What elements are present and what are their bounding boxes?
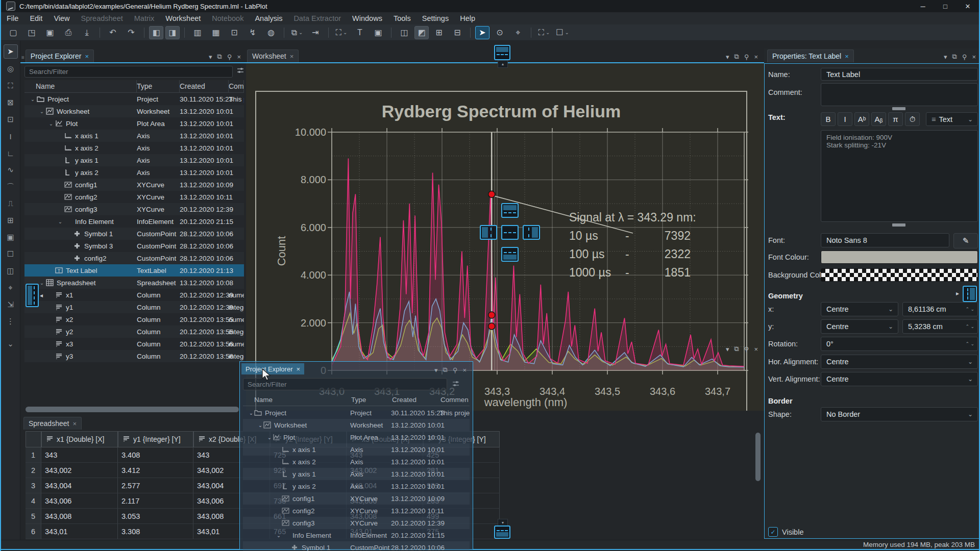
horizontal-scrollbar[interactable] [26,407,239,412]
hor-alignment-combo[interactable]: Centre [821,355,978,369]
tree-row-y1[interactable]: y1Column20.12.2020 12:39integer da [24,301,244,313]
print-button[interactable]: ⎙ [60,26,77,39]
floating-tree-row-plot[interactable]: ⌄PlotPlot Area13.12.2020 10:01 [243,431,470,443]
pin-icon[interactable]: ⚲ [962,53,967,61]
subscript-button[interactable]: Aᵦ [871,112,886,126]
tree-row-worksheet[interactable]: ⌄WorksheetWorksheet13.12.2020 10:01 [24,105,244,117]
floating-tree-row-symbol-1[interactable]: Symbol 1CustomPoint28.12.2020 10:06 [243,541,470,551]
float-icon[interactable]: ⧉ [952,53,957,61]
navigate-mode-button[interactable]: ➤ [475,26,489,39]
column-header-created[interactable]: Created [180,80,229,92]
x-position-combo[interactable]: Centre [821,302,898,316]
add-text-label-button[interactable]: T [352,26,368,39]
add-image-button[interactable]: ▣ [370,26,386,39]
close-icon[interactable]: × [754,53,758,61]
vertical-scrollbar[interactable] [755,433,761,481]
redo-button[interactable]: ↷ [123,26,139,39]
tree-row-config3[interactable]: config3XYCurve20.12.2020 12:39 [24,203,244,215]
tab-properties-text-label[interactable]: Properties: Text Label× [767,49,854,62]
menu-settings[interactable]: Settings [416,12,454,24]
select-cursor-tool-button[interactable]: ➤ [4,44,18,59]
menu-worksheet[interactable]: Worksheet [160,12,206,24]
pin-icon[interactable]: ⚲ [227,53,232,61]
tree-row-symbol-1[interactable]: Symbol 1CustomPoint28.12.2020 10:06 [24,228,244,240]
expander-icon[interactable]: ⌄ [266,435,273,440]
tree-row-x1[interactable]: x1Column20.12.2020 12:39numerical [24,289,244,301]
close-tab-icon[interactable]: × [845,53,849,60]
data-cell[interactable]: 3.408 [118,447,193,463]
column-header-commen[interactable]: Commen [440,396,469,404]
data-extractor-button[interactable]: ↯ [244,26,261,39]
more-tools-chevron-icon[interactable]: ⌄ [4,337,17,350]
menu-tools[interactable]: Tools [388,12,416,24]
bold-button[interactable]: B [821,112,836,126]
symbol-pi-button[interactable]: π [888,112,903,126]
select-plot-dropdown-button[interactable]: ☐⌄ [554,26,571,39]
expander-icon[interactable]: ⌄ [276,533,282,538]
tree-row-y3[interactable]: y3Column20.12.2020 13:56integer da [24,350,244,362]
column-header-name[interactable]: Name [243,396,351,404]
grid-tool-tool-button[interactable]: ⊞ [4,214,17,227]
column-header-created[interactable]: Created [392,396,440,404]
superscript-button[interactable]: Aᵇ [854,112,869,126]
tree-row-x-axis-2[interactable]: x axis 2Axis13.12.2020 10:01 [24,142,244,154]
minimize-button[interactable]: ─ [912,0,934,12]
close-button[interactable]: ✕ [957,0,979,12]
floating-tree-row-config2[interactable]: config2XYCurve13.12.2020 10:11 [243,505,470,517]
floating-tree-row-project[interactable]: ⌄ProjectProject30.11.2020 15:23This proj… [243,407,470,419]
text-resize-grip[interactable] [892,223,905,227]
tree-row-spreadsheet[interactable]: ⌄SpreadsheetSpreadsheet13.12.2020 10:08 [24,277,244,289]
layout-grid-button[interactable]: ⊞ [431,26,447,39]
menu-file[interactable]: File [1,12,24,24]
data-cell[interactable]: 3.053 [118,509,193,524]
export-worksheet-button[interactable]: ⇥ [307,26,324,39]
float-icon[interactable]: ⧉ [217,53,222,61]
data-cell[interactable]: 343,002 [41,463,118,478]
text-mode-dropdown[interactable]: ≡Text [926,112,978,126]
tree-row-plot[interactable]: ⌄PlotPlot Area13.12.2020 10:01 [24,117,244,130]
column-header-y1[interactable]: y1 {Integer} [Y] [118,431,193,447]
crosshair-tool-button[interactable]: ◎ [4,62,17,76]
data-cell[interactable]: 3.308 [118,524,193,539]
layout-break-button[interactable]: ⊟ [449,26,465,39]
tree-row-config1[interactable]: config1XYCurve13.12.2020 10:09 [24,179,244,191]
smooth-tool-tool-button[interactable]: ⌒ [4,180,17,193]
collapse-icon[interactable]: ▾ [726,53,729,61]
layout-horizontal-button[interactable]: ◫ [396,26,412,39]
floating-filter-options-icon[interactable] [452,380,459,389]
tree-row-y-axis-2[interactable]: y axis 2Axis13.12.2020 10:01 [24,166,244,179]
float-icon[interactable]: ⧉ [734,53,739,61]
expander-icon[interactable]: ⌄ [48,121,54,127]
tree-row-config2[interactable]: config2XYCurve13.12.2020 10:11 [24,191,244,203]
vert-alignment-combo[interactable]: Centre [821,372,978,386]
floating-tree-row-config1[interactable]: config1XYCurve13.12.2020 10:09 [243,492,470,505]
name-field[interactable]: Text Label [821,68,978,81]
menu-windows[interactable]: Windows [347,12,388,24]
zoom-select-tool-button[interactable]: ⛶ [4,79,17,92]
tab-project-explorer[interactable]: Project Explorer× [26,49,94,62]
close-tab-icon[interactable]: × [290,53,294,60]
expander-icon[interactable]: ⌄ [30,96,36,102]
floating-tree-row-worksheet[interactable]: ⌄WorksheetWorksheet13.12.2020 10:01 [243,419,470,431]
tree-row-x3[interactable]: x3Column20.12.2020 13:56numerical [24,338,244,350]
new-matrix-button[interactable]: ⊡ [226,26,242,39]
new-project-button[interactable]: ▢ [5,26,21,39]
info-element-text[interactable]: Signal at λ = 343.29 nm: 10 µs-7392100 µ… [569,211,696,280]
float-icon[interactable]: ⧉ [443,366,448,374]
expander-icon[interactable]: ⌄ [257,422,263,428]
pin-icon[interactable]: ⚲ [453,366,458,374]
region-select-tool-button[interactable]: ⊡ [4,113,17,126]
menu-analysis[interactable]: Analysis [249,12,288,24]
histogram-tool-tool-button[interactable]: ⎍ [4,197,17,210]
tree-row-config2[interactable]: config2CustomPoint28.12.2020 10:06 [24,252,244,264]
background-colour-swatch[interactable] [821,268,978,282]
font-edit-button[interactable]: ✎ [953,233,978,248]
tree-row-symbol-3[interactable]: Symbol 3CustomPoint28.12.2020 10:06 [24,240,244,252]
float-icon[interactable]: ⧉ [734,345,739,353]
close-tab-icon[interactable]: × [72,420,77,428]
pin-icon[interactable]: ⚲ [744,53,749,61]
pin-icon[interactable]: ⚲ [744,345,749,353]
new-part-dropdown-button[interactable]: ⧉⌄ [289,26,305,39]
expander-icon[interactable]: ⌄ [39,109,45,114]
data-cell[interactable]: 3.412 [118,463,193,478]
